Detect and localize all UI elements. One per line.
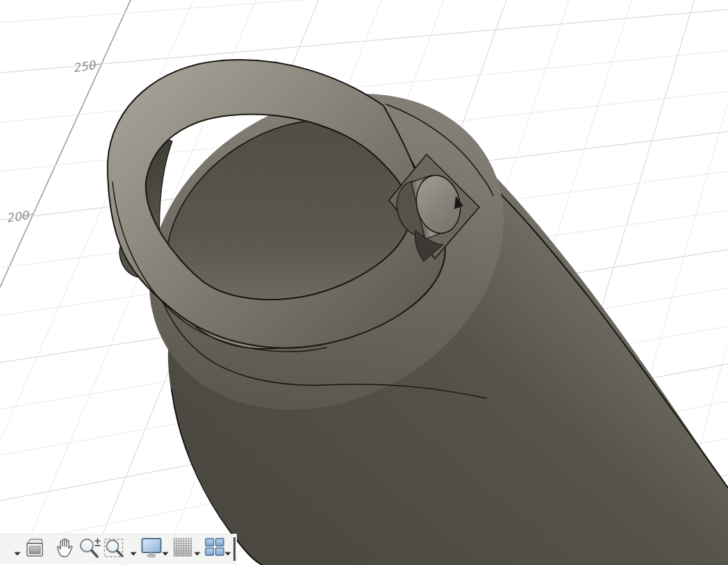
pan-icon[interactable]: [54, 537, 75, 562]
grid-line: [0, 0, 133, 565]
display-settings-icon[interactable]: [141, 537, 162, 560]
axis-tick-label-250: 250: [72, 58, 97, 75]
look-at-icon[interactable]: [25, 537, 44, 561]
grid-and-snaps-icon[interactable]: [173, 537, 192, 559]
viewport-canvas[interactable]: 250 200: [0, 0, 728, 565]
zoom-window-icon[interactable]: [104, 537, 127, 562]
zoom-icon[interactable]: [78, 537, 101, 562]
orbit-caret[interactable]: [14, 546, 21, 559]
grid-line: [0, 0, 728, 23]
viewports-caret[interactable]: [224, 546, 231, 559]
axis-tick-label-200: 200: [5, 208, 31, 225]
viewport: 250 200: [0, 0, 728, 565]
toolbar-separator: [233, 537, 235, 561]
display-settings-caret[interactable]: [162, 546, 169, 559]
zoom-window-caret[interactable]: [130, 546, 137, 559]
viewports-icon[interactable]: [205, 538, 224, 559]
navigation-toolbar: [0, 534, 237, 564]
axis-ticks: 250 200: [5, 58, 100, 225]
grid-and-snaps-caret[interactable]: [194, 546, 201, 559]
